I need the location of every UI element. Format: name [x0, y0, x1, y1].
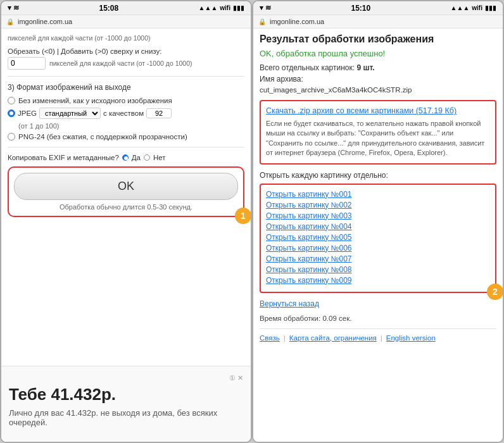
lock-icon-left: 🔒 — [6, 18, 14, 25]
image-link-6[interactable]: Открыть картинку №006 — [266, 244, 490, 253]
radio-nochange-label: Без изменений, как у исходного изображен… — [18, 97, 172, 104]
image-link-7[interactable]: Открыть картинку №007 — [266, 254, 490, 263]
ok-button-container: OK Обработка обычно длится 0.5-30 секунд… — [8, 166, 244, 217]
signal-icon-right: ▲▲▲ — [451, 4, 470, 11]
radio-jpeg-circle[interactable] — [8, 109, 15, 117]
back-link[interactable]: Вернуться назад — [260, 299, 496, 308]
battery-icon: ▮▮▮ — [233, 4, 244, 11]
footer-sep-2: | — [381, 334, 382, 342]
radio-jpeg-row[interactable]: JPEG стандартный с качеством — [8, 108, 244, 119]
signal-left-icon: ▾ ≋ — [260, 4, 271, 12]
image-link-3[interactable]: Открыть картинку №003 — [266, 211, 490, 220]
jpeg-quality-hint: (от 1 до 100) — [18, 122, 244, 130]
radio-png-row[interactable]: PNG-24 (без сжатия, с поддержкой прозрач… — [8, 133, 244, 140]
ok-button[interactable]: OK — [14, 173, 238, 200]
url-bar-right[interactable]: 🔒 imgonline.com.ua — [253, 15, 503, 28]
jpeg-quality-label: с качеством — [103, 109, 144, 117]
footer-sep-1: | — [284, 334, 286, 342]
ad-title: Тебе 41.432р. — [9, 385, 243, 404]
footer-link-sitemap[interactable]: Карта сайта, ограничения — [289, 334, 377, 342]
left-page-content[interactable]: пикселей для каждой части (от -1000 до 1… — [1, 28, 251, 366]
step-badge-2: 2 — [487, 284, 503, 300]
radio-nochange-circle[interactable] — [8, 97, 15, 104]
image-link-1[interactable]: Открыть картинку №001 — [266, 190, 490, 199]
links-box: Открыть картинку №001Открыть картинку №0… — [260, 184, 496, 293]
step-badge-1: 1 — [235, 208, 251, 224]
section3-title-row: 3) Формат изображений на выходе — [8, 83, 244, 92]
exif-label: Копировать EXIF и метаданные? — [8, 154, 119, 161]
ad-close[interactable]: ① ✕ — [9, 374, 243, 382]
ok-note: Обработка обычно длится 0.5-30 секунд. — [14, 203, 238, 211]
image-link-4[interactable]: Открыть картинку №004 — [266, 222, 490, 231]
success-text: OK, обработка прошла успешно! — [260, 49, 496, 58]
wifi-icon-right2: wifi — [472, 4, 482, 11]
open-section-title: Открыть каждую картинку отдельно: — [260, 171, 496, 180]
radio-png-circle[interactable] — [8, 133, 15, 140]
trim-label: Обрезать (<0) | Добавить (>0) сверху и с… — [8, 47, 244, 55]
exif-yes-label: Да — [132, 154, 141, 161]
ad-text: Лично для вас 41.432р. не выходя из дома… — [9, 408, 243, 427]
signal-icon: ▲▲▲ — [199, 4, 218, 11]
url-text-left: imgonline.com.ua — [18, 18, 72, 25]
trim-input[interactable] — [8, 57, 46, 70]
image-links-container: Открыть картинку №001Открыть картинку №0… — [266, 190, 490, 285]
total-label: Всего отдельных картинок: — [260, 63, 355, 72]
time-right: 15:10 — [351, 4, 370, 13]
footer-link-english[interactable]: English version — [386, 334, 436, 342]
radio-jpeg-label: JPEG — [18, 109, 37, 117]
download-note: Если не будет скачиваться, то желательно… — [266, 119, 490, 158]
image-link-5[interactable]: Открыть картинку №005 — [266, 233, 490, 242]
archive-name: cut_images_archive_xC6aM3a4kOC4kSTR.zip — [260, 86, 496, 94]
image-link-2[interactable]: Открыть картинку №002 — [266, 201, 490, 209]
radio-nochange-row[interactable]: Без изменений, как у исходного изображен… — [8, 97, 244, 104]
image-link-9[interactable]: Открыть картинку №009 — [266, 276, 490, 285]
download-box: Скачать .zip архив со всеми картинками (… — [260, 100, 496, 165]
time-row: Время обработки: 0.09 сек. — [260, 315, 496, 322]
prev-hint-row: пикселей для каждой части (от -1000 до 1… — [8, 34, 244, 42]
prev-hint-text: пикселей для каждой части (от -1000 до 1… — [8, 34, 151, 42]
battery-icon-right: ▮▮▮ — [485, 4, 496, 11]
trim-hint: пикселей для каждой части (от -1000 до 1… — [49, 59, 192, 67]
trim-row: Обрезать (<0) | Добавить (>0) сверху и с… — [8, 47, 244, 70]
footer-link-contact[interactable]: Связь — [260, 334, 280, 342]
radio-png-label: PNG-24 (без сжатия, с поддержкой прозрач… — [18, 133, 187, 140]
total-value: 9 шт. — [356, 63, 374, 72]
footer: Связь | Карта сайта, ограничения | Engli… — [260, 328, 496, 342]
right-page-content[interactable]: Результат обработки изображения OK, обра… — [253, 28, 503, 442]
status-bar-left: ▾ ≋ 15:08 ▲▲▲ wifi ▮▮▮ — [1, 1, 251, 15]
result-title: Результат обработки изображения — [260, 34, 496, 45]
wifi-icon-right: wifi — [220, 4, 230, 11]
download-link[interactable]: Скачать .zip архив со всеми картинками (… — [266, 106, 490, 115]
jpeg-quality-input[interactable] — [146, 108, 172, 118]
exif-row: Копировать EXIF и метаданные? Да Нет — [8, 154, 244, 161]
url-bar-left[interactable]: 🔒 imgonline.com.ua — [1, 15, 251, 28]
archive-label: Имя архива: — [260, 75, 303, 84]
archive-label-row: Имя архива: — [260, 75, 496, 84]
exif-yes-radio[interactable] — [122, 154, 129, 161]
status-bar-right: ▾ ≋ 15:10 ▲▲▲ wifi ▮▮▮ — [253, 1, 503, 15]
wifi-icon: ▾ ≋ — [8, 4, 19, 11]
section3-title: 3) Формат изображений на выходе — [8, 83, 131, 92]
image-link-8[interactable]: Открыть картинку №008 — [266, 265, 490, 274]
time-left: 15:08 — [99, 4, 118, 13]
lock-icon-right: 🔒 — [258, 18, 266, 25]
jpeg-preset-select[interactable]: стандартный — [39, 108, 101, 119]
ad-area: ① ✕ Тебе 41.432р. Лично для вас 41.432р.… — [1, 366, 251, 442]
exif-no-label: Нет — [153, 154, 166, 161]
exif-no-radio[interactable] — [144, 154, 150, 161]
total-row: Всего отдельных картинок: 9 шт. — [260, 63, 496, 72]
url-text-right: imgonline.com.ua — [270, 18, 324, 25]
